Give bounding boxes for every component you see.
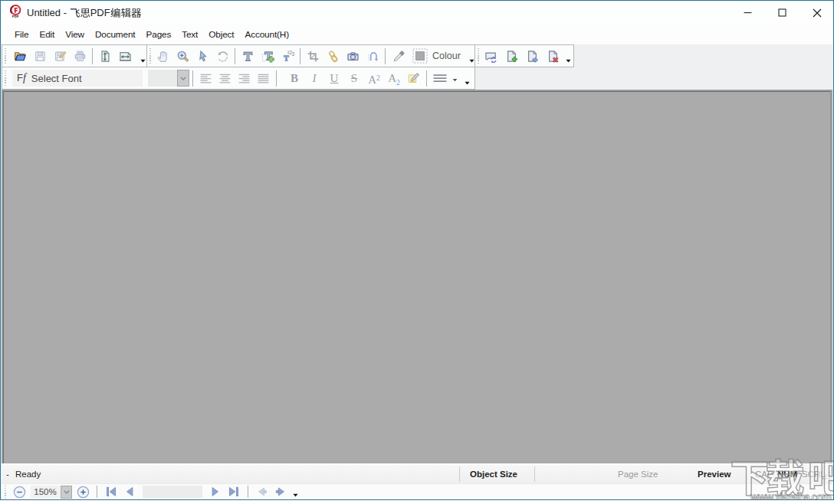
link-icon: [327, 50, 340, 63]
zoom-out-button[interactable]: [10, 484, 28, 499]
previous-view-button[interactable]: [253, 484, 271, 499]
reverse-button[interactable]: [363, 45, 383, 67]
text-number-button[interactable]: 1 2 3: [277, 45, 297, 67]
insert-page-button[interactable]: [501, 45, 522, 67]
select-tool-button[interactable]: [192, 45, 212, 67]
font-size-combo[interactable]: [148, 70, 189, 87]
line-style-button[interactable]: [433, 71, 458, 85]
add-text-icon: [261, 50, 274, 63]
status-page-size: Page Size: [618, 465, 658, 483]
zoom-dropdown-button[interactable]: [61, 486, 72, 499]
align-justify-button[interactable]: [254, 67, 273, 89]
close-button[interactable]: [800, 2, 834, 24]
toolbar-separator: [235, 48, 235, 64]
minimize-icon: [744, 8, 752, 17]
menu-bar: FileEditViewDocumentPagesTextObjectAccou…: [2, 24, 832, 44]
menu-document[interactable]: Document: [90, 24, 141, 44]
window-title: Untitled - PDF: [27, 2, 141, 24]
save-as-button[interactable]: [50, 45, 70, 67]
bold-button[interactable]: B: [284, 68, 304, 88]
minimize-button[interactable]: [731, 2, 765, 24]
status-dash: -: [6, 465, 9, 483]
status-object-size: Object Size: [470, 465, 517, 483]
toolbar-separator: [385, 48, 386, 64]
next-page-icon: [209, 486, 222, 498]
title-prefix: Untitled -: [27, 7, 70, 18]
u-turn-icon: [366, 50, 379, 63]
align-right-button[interactable]: [235, 67, 254, 89]
extract-page-button[interactable]: [522, 45, 543, 67]
menu-object[interactable]: Object: [203, 24, 239, 44]
zoom-in-button[interactable]: [74, 484, 92, 499]
fit-height-button[interactable]: [95, 45, 115, 67]
highlight-button[interactable]: [404, 67, 423, 89]
previous-view-icon: [256, 486, 268, 498]
align-center-button[interactable]: [215, 67, 235, 89]
maximize-button[interactable]: [765, 2, 800, 24]
eyedropper-button[interactable]: [388, 45, 408, 67]
superscript-button[interactable]: A2: [364, 68, 384, 88]
rotate-pages-button[interactable]: [481, 45, 501, 67]
toolbar-overflow-arrow-icon: [140, 59, 146, 63]
zoom-level-value[interactable]: 150%: [31, 486, 60, 499]
font-select-combo[interactable]: FfSelect Font: [12, 70, 143, 87]
underline-button[interactable]: U: [324, 68, 344, 88]
fit-height-icon: [99, 50, 112, 63]
font-size-dropdown-button[interactable]: [177, 70, 189, 87]
align-justify-icon: [257, 72, 270, 85]
next-view-button[interactable]: [271, 484, 290, 499]
subscript-button[interactable]: A2: [384, 68, 404, 88]
italic-button[interactable]: I: [304, 68, 324, 88]
first-page-button[interactable]: [102, 484, 120, 499]
title-bar: PDF Untitled - PDF: [2, 2, 832, 24]
rotate-tool-button[interactable]: [212, 45, 232, 67]
last-page-button[interactable]: [225, 484, 243, 499]
toolbar3-options-button[interactable]: [563, 45, 573, 67]
menu-account[interactable]: Account(H): [239, 24, 294, 44]
toolbar-gripper[interactable]: [149, 48, 151, 64]
toolbar-gripper[interactable]: [5, 48, 6, 64]
colour-label: Colour: [432, 51, 461, 61]
toolbar-overflow-arrow-icon: [566, 59, 571, 63]
menu-file[interactable]: File: [9, 24, 34, 44]
title-pdf: PDF: [90, 7, 110, 18]
chevron-down-icon: [180, 77, 186, 80]
toolbar-gripper[interactable]: [5, 70, 6, 86]
text-tool-button[interactable]: [238, 45, 258, 67]
colour-swatch-icon: [412, 48, 428, 64]
eyedropper-icon: [392, 50, 405, 63]
previous-page-button[interactable]: [120, 484, 139, 499]
close-icon: [813, 8, 822, 18]
next-page-button[interactable]: [206, 484, 225, 499]
strikethrough-button[interactable]: S: [344, 68, 364, 88]
delete-page-button[interactable]: [543, 45, 563, 67]
crop-button[interactable]: [303, 45, 323, 67]
bottom-bar: 150%: [2, 483, 832, 499]
print-button[interactable]: [70, 45, 90, 67]
add-text-button[interactable]: [258, 45, 277, 67]
menu-text[interactable]: Text: [176, 24, 203, 44]
menu-view[interactable]: View: [60, 24, 90, 44]
toolbar-gripper[interactable]: [5, 486, 6, 499]
bottombar-options-button[interactable]: [290, 484, 300, 499]
colour-button[interactable]: Colour: [412, 48, 461, 64]
align-left-button[interactable]: [196, 67, 215, 89]
menu-edit[interactable]: Edit: [34, 24, 60, 44]
fit-width-button[interactable]: [115, 45, 135, 67]
open-button[interactable]: [10, 45, 30, 67]
toolbar-separator: [192, 70, 193, 87]
app-logo: PDF: [8, 4, 22, 21]
document-canvas[interactable]: [3, 91, 831, 463]
snapshot-button[interactable]: [343, 45, 363, 67]
link-button[interactable]: [323, 45, 343, 67]
page-number-field[interactable]: [143, 486, 202, 498]
save-button[interactable]: [30, 45, 50, 67]
status-separator: [534, 466, 535, 482]
zoom-tool-button[interactable]: [172, 45, 192, 67]
svg-text:3: 3: [291, 51, 294, 57]
hand-tool-button[interactable]: [153, 45, 172, 67]
menu-pages[interactable]: Pages: [141, 24, 177, 44]
resize-grip[interactable]: [822, 471, 831, 482]
toolbar4-options-button[interactable]: [462, 67, 472, 89]
toolbar-gripper[interactable]: [478, 48, 479, 64]
